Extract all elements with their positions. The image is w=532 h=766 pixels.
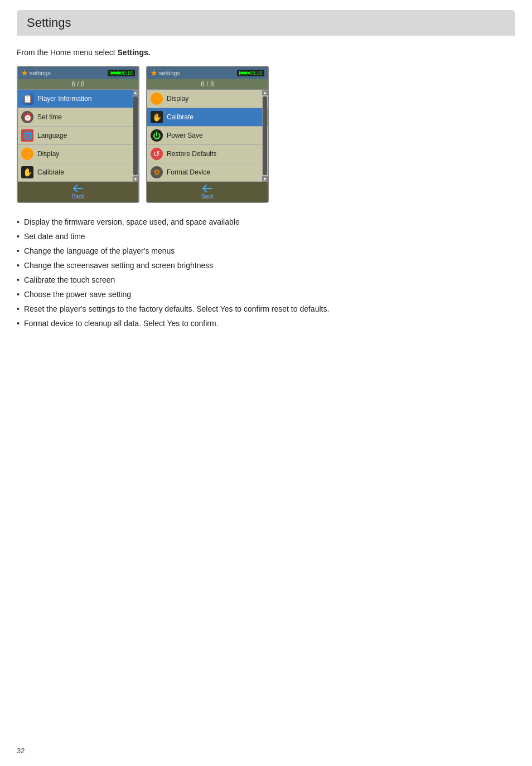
- menu-item-set-time[interactable]: ⏰ Set time: [18, 108, 138, 127]
- pagination-1: 6 / 8: [18, 79, 138, 90]
- menu-item-player-info[interactable]: 📋 Player Information: [18, 90, 138, 108]
- menu-item-format[interactable]: ⚙ Format Device: [147, 163, 268, 182]
- back-label-1: Back: [72, 193, 84, 200]
- screen-content-1: 📋 Player Information ⏰ Set time 🌐 Langua…: [18, 90, 138, 182]
- page-number: 32: [17, 746, 25, 755]
- set-time-icon: ⏰: [21, 111, 33, 123]
- calibrate-icon: ✋: [21, 166, 33, 178]
- calibrate-icon-2: ✋: [151, 111, 163, 123]
- bullet-list: Display the firmware version, space used…: [17, 216, 515, 329]
- bullet-item-2: Change the language of the player's menu…: [17, 245, 515, 257]
- menu-item-language[interactable]: 🌐 Language: [18, 127, 138, 145]
- menu-label-calibrate: Calibrate: [37, 168, 135, 176]
- battery-icon-2: [239, 71, 248, 75]
- settings-label-2: settings: [151, 70, 180, 76]
- screen-header-2: settings 08:15: [147, 67, 268, 79]
- battery-time-1: 08:15: [108, 70, 135, 76]
- back-label-2: Back: [201, 193, 214, 200]
- pagination-2: 6 / 8: [147, 79, 268, 90]
- bullet-item-0: Display the firmware version, space used…: [17, 216, 515, 228]
- gear-icon-2: [151, 70, 157, 76]
- menu-label-display: Display: [37, 150, 135, 158]
- device-screen-2: settings 08:15 6 / 8 🔆 Display ✋ Calibra…: [146, 66, 269, 203]
- back-arrow-icon-2: [202, 184, 213, 193]
- page-title: Settings: [27, 16, 505, 30]
- battery-icon-1: [110, 71, 119, 75]
- gear-icon-1: [21, 70, 28, 76]
- menu-item-display-2[interactable]: 🔆 Display: [147, 90, 268, 108]
- title-bar: Settings: [17, 10, 515, 36]
- display-icon: 🔆: [21, 148, 33, 160]
- menu-label-display-2: Display: [167, 95, 264, 103]
- scrollbar-2[interactable]: ▲ ▼: [262, 90, 268, 182]
- scroll-thumb-1: [133, 96, 138, 175]
- screen-footer-1: Back: [18, 182, 138, 202]
- scroll-up-2[interactable]: ▲: [262, 90, 268, 95]
- menu-item-restore[interactable]: ↺ Restore Defaults: [147, 145, 268, 163]
- back-button-2[interactable]: Back: [201, 184, 214, 200]
- bullet-item-3: Change the screensaver setting and scree…: [17, 260, 515, 272]
- page-wrapper: Settings From the Home menu select Setti…: [0, 0, 532, 369]
- menu-label-language: Language: [37, 132, 135, 139]
- menu-label-set-time: Set time: [37, 113, 135, 121]
- back-arrow-icon-1: [72, 184, 84, 193]
- scroll-down-2[interactable]: ▼: [262, 176, 268, 182]
- menu-label-player-info: Player Information: [37, 95, 135, 103]
- format-icon: ⚙: [151, 166, 163, 178]
- intro-prefix: From the Home menu select: [17, 48, 118, 57]
- menu-item-calibrate[interactable]: ✋ Calibrate: [18, 163, 138, 182]
- scroll-up-1[interactable]: ▲: [133, 90, 138, 95]
- display-icon-2: 🔆: [151, 93, 163, 105]
- menu-label-format: Format Device: [167, 168, 264, 176]
- power-save-icon: ⏻: [151, 129, 163, 142]
- screen-header-1: settings 08:15: [18, 67, 138, 79]
- battery-time-2: 08:15: [237, 70, 264, 76]
- menu-label-power-save: Power Save: [167, 132, 264, 139]
- screen-content-2: 🔆 Display ✋ Calibrate ⏻ Power Save ↺ Res…: [147, 90, 268, 182]
- screens-container: settings 08:15 6 / 8 📋 Player Informatio…: [17, 66, 515, 203]
- back-button-1[interactable]: Back: [72, 184, 84, 200]
- menu-item-display[interactable]: 🔆 Display: [18, 145, 138, 163]
- settings-label-1: settings: [21, 70, 51, 76]
- bullet-item-6: Reset the player's settings to the facto…: [17, 303, 515, 315]
- scrollbar-1[interactable]: ▲ ▼: [133, 90, 138, 182]
- menu-item-calibrate-2[interactable]: ✋ Calibrate: [147, 108, 268, 127]
- player-info-icon: 📋: [21, 93, 33, 105]
- bullet-item-5: Choose the power save setting: [17, 289, 515, 300]
- restore-icon: ↺: [151, 148, 163, 160]
- bullet-item-1: Set date and time: [17, 231, 515, 243]
- intro-bold: Settings.: [118, 48, 151, 57]
- bullet-item-4: Calibrate the touch screen: [17, 274, 515, 286]
- device-screen-1: settings 08:15 6 / 8 📋 Player Informatio…: [17, 66, 139, 203]
- language-icon: 🌐: [21, 129, 33, 142]
- intro-text: From the Home menu select Settings.: [17, 48, 515, 57]
- scroll-thumb-2: [263, 96, 267, 175]
- scroll-down-1[interactable]: ▼: [133, 176, 138, 182]
- bullet-item-7: Format device to cleanup all data. Selec…: [17, 318, 515, 329]
- screen-footer-2: Back: [147, 182, 268, 202]
- menu-label-restore: Restore Defaults: [167, 150, 264, 158]
- menu-item-power-save[interactable]: ⏻ Power Save: [147, 127, 268, 145]
- menu-label-calibrate-2: Calibrate: [167, 113, 264, 121]
